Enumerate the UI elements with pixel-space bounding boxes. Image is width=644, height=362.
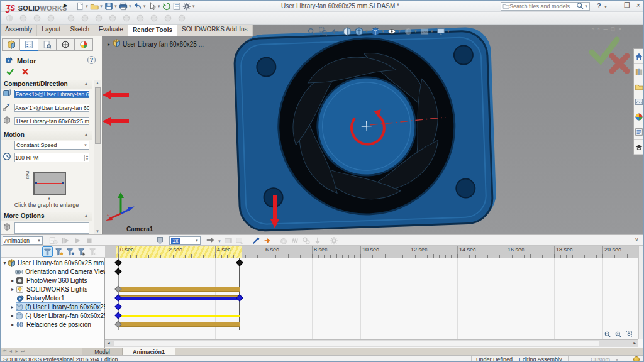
tab-render-tools[interactable]: Render Tools — [128, 25, 177, 36]
cancel-button[interactable] — [21, 67, 30, 76]
animation-wizard-icon[interactable] — [235, 236, 245, 246]
tab-evaluate[interactable]: Evaluate — [94, 25, 128, 36]
taskpane-solidworks-forum[interactable] — [634, 140, 644, 155]
taskpane-custom-properties[interactable] — [634, 124, 644, 140]
component-field[interactable]: User Library-fan 60x60x25 mm — [14, 117, 89, 125]
save-icon[interactable]: ▼ — [104, 1, 118, 11]
breadcrumb[interactable]: ▸ User Library-fan 60x60x25 ... — [108, 38, 204, 50]
configurationmanager-tab[interactable] — [38, 38, 57, 51]
tab-solidworks-add-ins[interactable]: SOLIDWORKS Add-Ins — [177, 25, 252, 36]
taskpane-file-explorer[interactable] — [634, 79, 644, 94]
help-button[interactable]: ? — [597, 2, 601, 9]
speed-input[interactable]: 100 RPM ▲▼ — [14, 153, 89, 162]
expander-icon[interactable]: ▸ — [9, 313, 15, 319]
edit-appearance-icon[interactable] — [403, 26, 413, 36]
scrollbar-thumb[interactable] — [95, 87, 101, 144]
scroll-left-icon[interactable]: ◄ — [106, 341, 111, 345]
playback-mode-caret-icon[interactable]: ▼ — [218, 239, 221, 243]
hide-show-items-icon[interactable] — [387, 26, 397, 36]
tree-item-7[interactable]: ▸Relaciones de posición — [1, 320, 105, 329]
child-window-controls[interactable]: ▫▫─□× — [592, 26, 625, 32]
study-type-select[interactable]: Animation▼ — [3, 236, 43, 245]
edit-appearance-icon[interactable] — [4, 13, 14, 23]
playback-mode-icon[interactable] — [206, 236, 214, 247]
filter-animated-icon[interactable] — [53, 246, 64, 257]
timeline-zoom-out-icon[interactable] — [603, 329, 612, 339]
scroll-down-icon[interactable]: ▼ — [96, 229, 99, 233]
taskpane-resources[interactable] — [634, 49, 644, 64]
expander-icon[interactable]: ▸ — [9, 278, 16, 283]
render-region-icon[interactable] — [108, 13, 118, 23]
expander-icon[interactable]: ▸ — [9, 304, 15, 310]
menu-flyout-arrow[interactable]: ▶ — [64, 3, 67, 8]
status-custom-caret-icon[interactable]: ▼ — [615, 358, 619, 362]
tab-assembly[interactable]: Assembly — [1, 25, 37, 36]
key-point-blue[interactable] — [114, 303, 121, 310]
hscroll-thumb[interactable] — [114, 341, 599, 346]
zoom-area-icon[interactable] — [318, 26, 328, 36]
expander-icon[interactable]: ▸ — [9, 322, 16, 327]
view-settings-icon[interactable] — [436, 26, 446, 36]
tree-item-4[interactable]: RotaryMotor1 — [1, 293, 105, 302]
final-render-icon[interactable] — [94, 13, 104, 23]
load-references-list[interactable] — [14, 222, 89, 234]
open-icon[interactable]: ▼ — [89, 1, 104, 11]
preview-window-icon[interactable] — [80, 13, 90, 23]
no-filter-icon[interactable] — [42, 246, 53, 257]
integrated-preview-icon[interactable] — [66, 13, 76, 23]
spinner-arrows[interactable]: ▲▼ — [84, 155, 89, 161]
add-key-icon[interactable] — [262, 236, 272, 246]
timebar-slider-track[interactable] — [95, 241, 160, 241]
expander-icon[interactable]: ▾ — [2, 260, 8, 266]
tree-item-0[interactable]: ▾User Library-fan 60x60x25 mm (De — [1, 258, 105, 267]
previous-view-icon[interactable] — [330, 26, 340, 36]
timeline-bar-blue[interactable] — [118, 297, 240, 300]
options-icon[interactable]: ▼ — [182, 1, 196, 11]
contact-icon[interactable] — [301, 236, 311, 246]
timeline-vscrollbar[interactable] — [638, 246, 644, 339]
spring-icon[interactable] — [290, 236, 300, 246]
filter-results-icon[interactable] — [87, 246, 98, 257]
schedule-render-icon[interactable] — [121, 13, 131, 23]
timeline-body[interactable] — [105, 258, 638, 339]
photoview-options-icon[interactable] — [149, 13, 159, 23]
motor-function-graph[interactable] — [33, 172, 66, 195]
motor-icon[interactable] — [279, 236, 289, 246]
filter-driving-icon[interactable] — [65, 246, 75, 257]
section-more-options[interactable]: More Options▲ — [1, 212, 92, 221]
expander-icon[interactable]: ▸ — [9, 287, 16, 292]
play-icon[interactable] — [72, 236, 82, 246]
tree-item-1[interactable]: Orientation and Camera Views — [1, 267, 105, 276]
help-caret-icon[interactable]: ▼ — [604, 5, 608, 9]
pm-scrollbar[interactable]: ▲ ▼ — [94, 80, 101, 234]
play-from-start-icon[interactable] — [60, 236, 70, 246]
tree-item-5[interactable]: ▸(f) User Library-fan 60x60x25 n — [1, 302, 105, 311]
timeline-zoom-in-icon[interactable] — [614, 329, 623, 339]
save-animation-icon[interactable] — [223, 236, 233, 246]
undo-icon[interactable]: ▼ — [133, 1, 147, 11]
tab-scroll-buttons[interactable]: ⏮◄►⏭ — [3, 349, 26, 354]
tree-item-2[interactable]: ▸PhotoView 360 Lights — [1, 276, 105, 285]
tab-sketch[interactable]: Sketch — [65, 25, 94, 36]
open-search-icon[interactable] — [502, 3, 509, 11]
edit-decal-icon[interactable] — [46, 13, 56, 23]
timeline-bar-yellow[interactable] — [118, 315, 240, 317]
zoom-fit-icon[interactable] — [306, 26, 316, 36]
confirmation-corner[interactable] — [586, 33, 636, 77]
key-point-black[interactable] — [114, 268, 121, 275]
collapse-motionmanager-icon[interactable]: ∨ — [635, 236, 639, 243]
direction-reference-field[interactable]: Face<1>@User Library-fan 60x60 — [14, 90, 89, 98]
taskpane-appearances-scenes[interactable] — [634, 109, 644, 124]
tree-item-3[interactable]: ▸SOLIDWORKS Lights — [1, 285, 105, 293]
stop-icon[interactable] — [84, 236, 94, 246]
playback-speed-select[interactable]: 1x▼ — [169, 236, 201, 245]
taskpane-design-library[interactable] — [634, 64, 644, 79]
tab-layout[interactable]: Layout — [37, 25, 65, 36]
calculate-icon[interactable] — [48, 236, 58, 246]
key-point-black[interactable] — [114, 259, 121, 266]
select-icon[interactable]: ▼ — [147, 1, 162, 11]
propertymanager-tab[interactable] — [20, 38, 38, 51]
motor-axis-field[interactable]: Axis<1>@User Library-fan 60x60 — [14, 104, 89, 112]
scroll-up-icon[interactable]: ▲ — [96, 81, 99, 85]
featuremanager-tab[interactable] — [2, 38, 20, 51]
